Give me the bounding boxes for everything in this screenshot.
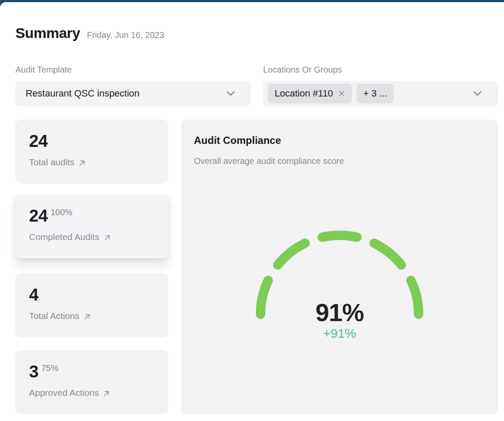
more-locations-chip[interactable]: + 3 ...: [357, 84, 394, 103]
stat-value: 4: [29, 286, 38, 303]
chevron-down-icon[interactable]: [226, 91, 235, 96]
gauge-delta: +91%: [254, 327, 425, 340]
filter-locations: Locations Or Groups Location #110 + 3 ..…: [263, 64, 498, 106]
panel-title: Audit Compliance: [194, 134, 485, 147]
arrow-up-right-icon[interactable]: [103, 234, 111, 242]
stat-value: 3: [29, 363, 38, 380]
stat-label: Total Actions: [29, 311, 79, 321]
arrow-up-right-icon[interactable]: [83, 313, 91, 321]
audit-template-label: Audit Template: [15, 64, 250, 75]
filter-audit-template: Audit Template Restaurant QSC inspection: [15, 64, 250, 106]
location-chip: Location #110: [268, 84, 352, 103]
stats-column: 24 Total audits 24 100% Completed Audits: [15, 120, 168, 414]
audit-compliance-panel: Audit Compliance Overall average audit c…: [181, 120, 498, 414]
filters-row: Audit Template Restaurant QSC inspection…: [15, 64, 498, 106]
compliance-gauge: 91% +91%: [254, 228, 425, 319]
stat-percent: 100%: [51, 208, 73, 217]
page-header: Summary Friday, Jun 16, 2023: [15, 24, 498, 41]
main-row: 24 Total audits 24 100% Completed Audits: [15, 120, 498, 414]
arrow-up-right-icon[interactable]: [78, 159, 86, 167]
more-locations-label: + 3 ...: [363, 88, 387, 99]
close-icon[interactable]: [338, 90, 345, 97]
page-date: Friday, Jun 16, 2023: [87, 30, 164, 40]
panel-subtitle: Overall average audit compliance score: [194, 155, 485, 167]
audit-template-value: Restaurant QSC inspection: [26, 88, 140, 99]
stat-label: Completed Audits: [29, 232, 100, 242]
arrow-up-right-icon[interactable]: [103, 390, 110, 398]
stat-percent: 75%: [41, 363, 59, 373]
stat-value: 24: [29, 132, 48, 149]
gauge-score: 91%: [254, 300, 425, 325]
locations-label: Locations Or Groups: [263, 64, 498, 75]
locations-select[interactable]: Location #110 + 3 ...: [263, 81, 498, 106]
stat-value: 24: [29, 207, 48, 224]
chevron-down-icon[interactable]: [473, 91, 482, 96]
stat-card-total-actions[interactable]: 4 Total Actions: [15, 273, 168, 337]
stat-label: Total audits: [29, 157, 74, 167]
gauge-readout: 91% +91%: [254, 300, 425, 340]
stat-card-completed-audits[interactable]: 24 100% Completed Audits: [15, 194, 168, 258]
stat-label: Approved Actions: [29, 388, 99, 398]
stat-card-total-audits[interactable]: 24 Total audits: [15, 120, 168, 184]
stat-card-approved-actions[interactable]: 3 75% Approved Actions: [15, 350, 168, 414]
page-title: Summary: [15, 24, 80, 41]
location-chip-label: Location #110: [275, 88, 333, 99]
audit-template-select[interactable]: Restaurant QSC inspection: [15, 81, 250, 106]
main-content-surface: Summary Friday, Jun 16, 2023 Audit Templ…: [0, 2, 504, 421]
